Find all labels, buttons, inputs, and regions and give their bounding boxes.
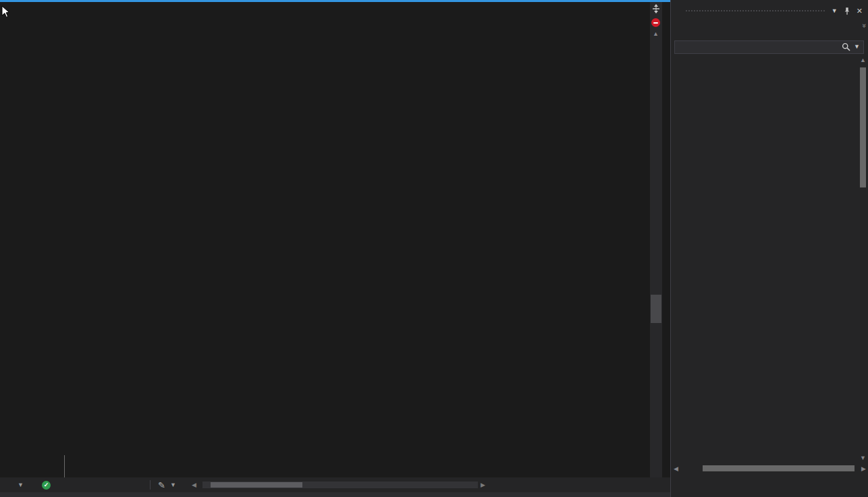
- toolbar-overflow-icon[interactable]: »: [861, 24, 868, 28]
- scroll-up-arrow[interactable]: ▲: [653, 30, 659, 37]
- hscroll-left-arrow[interactable]: ◀: [192, 477, 196, 492]
- close-icon[interactable]: ✕: [857, 7, 863, 16]
- solution-tree: [671, 67, 858, 464]
- tree-horizontal-scrollbar[interactable]: ◀ ▶: [671, 464, 868, 473]
- status-divider: [150, 480, 151, 490]
- tree-scroll-up-arrow[interactable]: ▲: [860, 57, 866, 63]
- search-options-caret-icon[interactable]: ▼: [854, 43, 860, 50]
- pin-icon[interactable]: [843, 7, 851, 16]
- caret-position-info: [486, 477, 656, 492]
- mouse-cursor-icon: [1, 5, 13, 18]
- solution-explorer-titlebar[interactable]: ▼ ✕: [671, 3, 868, 19]
- tree-vertical-scrollbar-thumb[interactable]: [860, 67, 866, 187]
- cleanup-dropdown-caret-icon[interactable]: ▼: [170, 477, 176, 492]
- window-position-caret-icon[interactable]: ▼: [832, 7, 838, 14]
- tree-hscroll-right-arrow[interactable]: ▶: [861, 465, 866, 472]
- horizontal-scrollbar[interactable]: [202, 481, 478, 488]
- code-cleanup-brush-icon[interactable]: ✎: [158, 477, 165, 492]
- editor-vertical-scrollbar[interactable]: ▲: [650, 2, 662, 477]
- editor-status-bar: ▼ ✓ ✎ ▼ ◀ ▶: [0, 477, 670, 492]
- tree-hscroll-left-arrow[interactable]: ◀: [674, 465, 678, 472]
- check-circle-icon: ✓: [42, 481, 51, 490]
- tree-scroll-down-arrow[interactable]: ▼: [860, 455, 866, 461]
- tree-horizontal-scrollbar-thumb[interactable]: [703, 465, 855, 471]
- scrollbar-thumb[interactable]: [651, 295, 661, 323]
- search-icon[interactable]: [842, 42, 850, 51]
- fold-region-line: [64, 455, 65, 477]
- zoom-dropdown-caret-icon[interactable]: ▼: [18, 477, 24, 492]
- issues-indicator[interactable]: ✓: [42, 477, 55, 492]
- solution-root-node[interactable]: [676, 55, 851, 66]
- solution-explorer-panel: ▼ ✕ » ▼ ▲ ▼ ◀ ▶: [670, 0, 868, 497]
- file-health-error-indicator-icon[interactable]: [651, 18, 660, 27]
- visual-studio-window: ▲ ▼ ✓ ✎ ▼ ◀ ▶ ▼: [0, 0, 868, 497]
- panel-tab-strip: [671, 477, 868, 492]
- titlebar-drag-dots: [685, 9, 826, 13]
- code-editor[interactable]: [0, 2, 650, 477]
- solution-explorer-toolbar: [671, 20, 868, 38]
- hscroll-right-arrow[interactable]: ▶: [481, 477, 485, 492]
- horizontal-scrollbar-thumb[interactable]: [211, 482, 302, 488]
- split-editor-handle-icon[interactable]: [652, 3, 660, 14]
- search-input[interactable]: [674, 40, 864, 54]
